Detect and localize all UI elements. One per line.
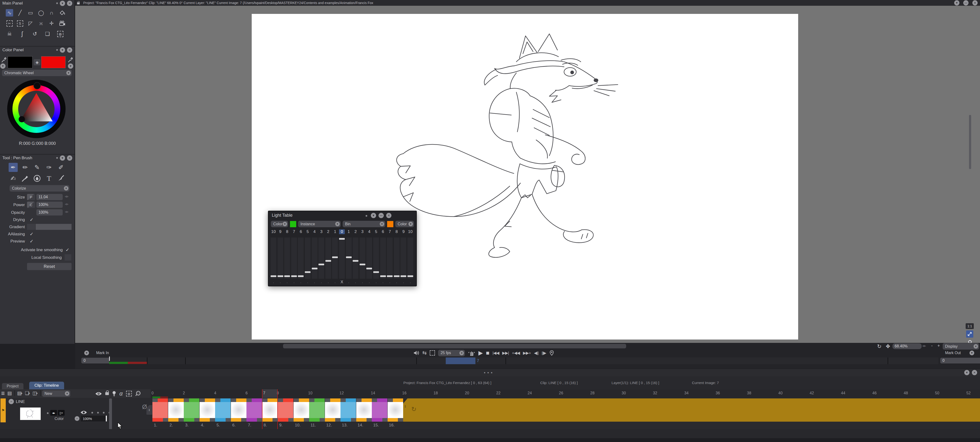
window-collapse-button[interactable]: ▼ xyxy=(954,0,959,5)
canvas-vertical-scrollbar[interactable] xyxy=(969,115,971,169)
lt-slider-handle[interactable] xyxy=(270,275,276,277)
lt-opacity-slider[interactable] xyxy=(394,238,399,279)
current-clip-range[interactable] xyxy=(446,357,476,364)
lt-scale-number[interactable]: 10 xyxy=(407,230,414,234)
light-table-collapse-button[interactable]: ▼ xyxy=(371,213,376,218)
lt-opacity-slider[interactable] xyxy=(353,238,358,279)
lt-opacity-slider[interactable] xyxy=(380,238,386,279)
timeline-close-button[interactable]: ✕ xyxy=(972,370,977,375)
main-panel-header[interactable]: Main Panel ▼ ✕ xyxy=(0,0,75,6)
lt-scale-number[interactable]: 9 xyxy=(400,230,407,234)
mark-out-clock-icon[interactable]: ▼ xyxy=(969,351,974,355)
layer-color-strip[interactable]: ⚑ xyxy=(0,399,6,422)
lt-opacity-slider[interactable] xyxy=(332,238,338,279)
color-panel-header[interactable]: Color Panel ▼ ✕ xyxy=(0,47,75,53)
frame-number-label[interactable]: 14. xyxy=(356,423,372,428)
scrub-playhead-start[interactable] xyxy=(109,356,110,361)
frame-number-label[interactable]: 1. xyxy=(153,423,168,428)
zoom-stepper[interactable]: ◀▶ xyxy=(922,344,926,348)
lt-column-marker[interactable]: . xyxy=(270,280,277,284)
lt-slider-handle[interactable] xyxy=(325,260,331,262)
ruler-number[interactable]: 26 xyxy=(559,391,590,395)
lt-opacity-slider[interactable] xyxy=(318,238,324,279)
lt-slider-handle[interactable] xyxy=(339,238,345,240)
play-button[interactable]: ▶ xyxy=(478,349,483,356)
pencil-tool[interactable]: ✏ xyxy=(21,163,30,172)
timeline-frame-cell[interactable] xyxy=(184,399,200,422)
flip-hand-icon[interactable] xyxy=(468,350,475,356)
lt-opacity-slider[interactable] xyxy=(346,238,352,279)
frame-number-label[interactable]: 5. xyxy=(215,423,231,428)
transform-tool[interactable]: ◸ xyxy=(27,20,34,27)
timeline-frame-cell[interactable] xyxy=(168,399,184,422)
ruler-number[interactable]: 32 xyxy=(653,391,684,395)
text-tool[interactable]: T xyxy=(45,174,54,183)
lt-slider-handle[interactable] xyxy=(346,257,352,258)
ruler-number[interactable]: 40 xyxy=(778,391,810,395)
lt-scale-number[interactable]: 5 xyxy=(373,230,379,234)
duplicate-layer-button[interactable]: ❏+ xyxy=(25,390,30,396)
color-b-swatch[interactable] xyxy=(41,56,65,68)
hue-selector-dot[interactable] xyxy=(33,82,41,89)
ruler-number[interactable]: 24 xyxy=(528,391,559,395)
lt-slider-handle[interactable] xyxy=(284,275,290,277)
ellipse-tool[interactable]: ◯ xyxy=(37,9,45,16)
bookmark-pin-icon[interactable] xyxy=(549,350,554,356)
timeline-frame-cell[interactable] xyxy=(325,399,341,422)
color-a-swatch[interactable] xyxy=(8,56,33,68)
lt-slider-handle[interactable] xyxy=(305,271,310,273)
lt-opacity-slider[interactable] xyxy=(360,238,365,279)
panel-divider[interactable]: ● ● ● ▼ ✕ xyxy=(0,369,980,377)
timeline-collapse-button[interactable]: ▼ xyxy=(964,370,969,375)
lt-scale-number[interactable]: 6 xyxy=(380,230,387,234)
lt-scale-number[interactable]: 10 xyxy=(270,230,277,234)
layer-name[interactable]: LINE xyxy=(16,399,25,404)
lt-scale-number[interactable]: 2 xyxy=(352,230,359,234)
window-minimize-button[interactable]: — xyxy=(963,0,969,5)
ruler-number[interactable]: 14 xyxy=(371,391,402,395)
curve-tool[interactable]: ∩ xyxy=(48,9,55,16)
instance-mode-chip[interactable]: ◂▸ xyxy=(50,410,57,416)
layer-alpha-dot[interactable] xyxy=(103,412,105,413)
timeline-frame-cell[interactable] xyxy=(356,399,372,422)
power-stepper[interactable]: ◀▶ xyxy=(65,203,68,206)
mark-in-field[interactable]: 0 xyxy=(81,358,113,364)
frame-number-label[interactable]: 9. xyxy=(278,423,294,428)
light-table-close-button[interactable]: ✕ xyxy=(386,213,391,218)
lt-orange-swatch[interactable] xyxy=(387,221,393,227)
sphere-marquee-tool[interactable]: ◍ xyxy=(56,30,64,38)
timeline-frame-cell[interactable] xyxy=(372,399,388,422)
lt-scale-number[interactable]: 8 xyxy=(393,230,400,234)
lt-column-marker[interactable]: . xyxy=(359,280,366,284)
paintbrush-tool[interactable] xyxy=(21,174,30,183)
lt-column-marker[interactable]: . xyxy=(380,280,387,284)
ruler-number[interactable]: 16 xyxy=(402,391,434,395)
opacity-stepper[interactable]: ◀▶ xyxy=(65,210,68,213)
ruler-number[interactable]: 42 xyxy=(810,391,841,395)
timeline-frame-cell[interactable] xyxy=(278,399,294,422)
lt-column-marker[interactable]: . xyxy=(318,280,325,284)
opacity-slider-handle[interactable] xyxy=(106,416,107,421)
prev-instance-button[interactable]: +◀◀ xyxy=(512,351,520,356)
zoom-field[interactable]: 68.40% xyxy=(892,343,922,349)
ruler-number[interactable]: 34 xyxy=(684,391,716,395)
go-to-end-button[interactable]: ▶▶| xyxy=(502,351,509,356)
value-selector-dot[interactable] xyxy=(19,116,25,122)
rotate-view-icon[interactable]: ↻ xyxy=(877,343,881,349)
lt-column-marker[interactable]: . xyxy=(325,280,332,284)
lt-opacity-slider[interactable] xyxy=(373,238,379,279)
ruler-number[interactable]: 46 xyxy=(872,391,904,395)
lt-slider-handle[interactable] xyxy=(291,275,297,277)
zoom-minus-button[interactable]: - xyxy=(931,343,932,348)
lt-slider-handle[interactable] xyxy=(407,275,413,277)
lighttable-bulb-icon[interactable] xyxy=(112,391,116,397)
lt-slider-handle[interactable] xyxy=(298,275,304,277)
gradient-swatch[interactable] xyxy=(27,224,35,230)
frame-number-label[interactable]: 10. xyxy=(294,423,309,428)
lt-slider-handle[interactable] xyxy=(353,260,358,262)
lt-scale-number[interactable]: 7 xyxy=(387,230,393,234)
frame-number-label[interactable]: 12. xyxy=(325,423,341,428)
lt-slider-handle[interactable] xyxy=(360,263,365,265)
lt-opacity-slider[interactable] xyxy=(366,238,372,279)
spline-tool[interactable]: ʃ xyxy=(18,30,26,38)
